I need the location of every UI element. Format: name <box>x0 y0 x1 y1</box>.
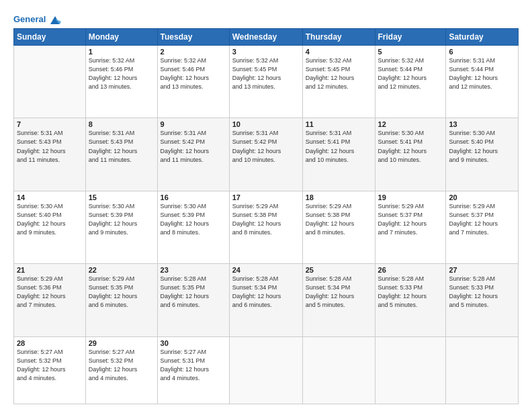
calendar-cell <box>229 336 302 404</box>
calendar-cell: 13Sunrise: 5:30 AM Sunset: 5:40 PM Dayli… <box>446 118 519 191</box>
day-number: 28 <box>17 339 83 347</box>
calendar-week-3: 14Sunrise: 5:30 AM Sunset: 5:40 PM Dayli… <box>14 191 519 263</box>
day-number: 20 <box>449 193 515 201</box>
calendar-cell: 6Sunrise: 5:31 AM Sunset: 5:44 PM Daylig… <box>446 46 519 118</box>
day-info: Sunrise: 5:31 AM Sunset: 5:43 PM Dayligh… <box>17 129 83 164</box>
calendar-cell: 9Sunrise: 5:31 AM Sunset: 5:42 PM Daylig… <box>157 118 229 191</box>
calendar-cell <box>446 336 519 404</box>
day-number: 22 <box>89 266 154 274</box>
calendar-cell <box>302 336 375 404</box>
logo: General <box>13 15 61 24</box>
calendar-cell: 12Sunrise: 5:30 AM Sunset: 5:41 PM Dayli… <box>375 118 446 191</box>
calendar-cell: 24Sunrise: 5:28 AM Sunset: 5:34 PM Dayli… <box>229 264 302 336</box>
day-info: Sunrise: 5:31 AM Sunset: 5:43 PM Dayligh… <box>89 129 154 164</box>
day-header-friday: Friday <box>375 29 446 46</box>
day-info: Sunrise: 5:27 AM Sunset: 5:31 PM Dayligh… <box>161 348 226 383</box>
calendar-cell: 4Sunrise: 5:32 AM Sunset: 5:45 PM Daylig… <box>302 46 375 118</box>
day-info: Sunrise: 5:32 AM Sunset: 5:45 PM Dayligh… <box>306 56 372 91</box>
day-number: 10 <box>232 120 300 128</box>
day-info: Sunrise: 5:28 AM Sunset: 5:33 PM Dayligh… <box>378 275 443 310</box>
day-header-tuesday: Tuesday <box>157 29 229 46</box>
calendar-cell: 3Sunrise: 5:32 AM Sunset: 5:45 PM Daylig… <box>229 46 302 118</box>
calendar-cell: 30Sunrise: 5:27 AM Sunset: 5:31 PM Dayli… <box>157 336 229 404</box>
day-info: Sunrise: 5:31 AM Sunset: 5:42 PM Dayligh… <box>232 129 300 164</box>
logo-icon <box>49 15 61 26</box>
day-info: Sunrise: 5:30 AM Sunset: 5:39 PM Dayligh… <box>161 202 226 237</box>
day-number: 6 <box>449 48 515 56</box>
day-number: 11 <box>306 120 372 128</box>
calendar-cell: 2Sunrise: 5:32 AM Sunset: 5:46 PM Daylig… <box>157 46 229 118</box>
calendar-cell: 23Sunrise: 5:28 AM Sunset: 5:35 PM Dayli… <box>157 264 229 336</box>
day-number: 9 <box>161 120 226 128</box>
calendar-cell: 16Sunrise: 5:30 AM Sunset: 5:39 PM Dayli… <box>157 191 229 263</box>
day-number: 27 <box>449 266 515 274</box>
calendar-cell: 19Sunrise: 5:29 AM Sunset: 5:37 PM Dayli… <box>375 191 446 263</box>
calendar-week-2: 7Sunrise: 5:31 AM Sunset: 5:43 PM Daylig… <box>14 118 519 191</box>
day-number: 4 <box>306 48 372 56</box>
header: General <box>13 12 519 24</box>
calendar-week-5: 28Sunrise: 5:27 AM Sunset: 5:32 PM Dayli… <box>14 336 519 404</box>
day-number: 8 <box>89 120 154 128</box>
day-info: Sunrise: 5:27 AM Sunset: 5:32 PM Dayligh… <box>89 348 154 383</box>
calendar-cell: 10Sunrise: 5:31 AM Sunset: 5:42 PM Dayli… <box>229 118 302 191</box>
day-info: Sunrise: 5:29 AM Sunset: 5:36 PM Dayligh… <box>17 275 83 310</box>
calendar-cell: 1Sunrise: 5:32 AM Sunset: 5:46 PM Daylig… <box>85 46 157 118</box>
calendar-cell: 11Sunrise: 5:31 AM Sunset: 5:41 PM Dayli… <box>302 118 375 191</box>
day-number: 19 <box>378 193 443 201</box>
calendar-cell: 18Sunrise: 5:29 AM Sunset: 5:38 PM Dayli… <box>302 191 375 263</box>
calendar-cell <box>14 46 86 118</box>
svg-marker-0 <box>50 16 60 24</box>
calendar-cell: 25Sunrise: 5:28 AM Sunset: 5:34 PM Dayli… <box>302 264 375 336</box>
day-info: Sunrise: 5:32 AM Sunset: 5:46 PM Dayligh… <box>161 56 226 91</box>
calendar-table: SundayMondayTuesdayWednesdayThursdayFrid… <box>13 28 519 404</box>
calendar-week-4: 21Sunrise: 5:29 AM Sunset: 5:36 PM Dayli… <box>14 264 519 336</box>
day-info: Sunrise: 5:30 AM Sunset: 5:39 PM Dayligh… <box>89 202 154 237</box>
day-number: 7 <box>17 120 83 128</box>
day-number: 5 <box>378 48 443 56</box>
day-header-monday: Monday <box>85 29 157 46</box>
calendar-cell: 14Sunrise: 5:30 AM Sunset: 5:40 PM Dayli… <box>14 191 86 263</box>
day-info: Sunrise: 5:30 AM Sunset: 5:40 PM Dayligh… <box>449 129 515 164</box>
logo-text: General <box>13 15 61 26</box>
day-number: 25 <box>306 266 372 274</box>
calendar-cell: 17Sunrise: 5:29 AM Sunset: 5:38 PM Dayli… <box>229 191 302 263</box>
day-info: Sunrise: 5:29 AM Sunset: 5:35 PM Dayligh… <box>89 275 154 310</box>
day-header-saturday: Saturday <box>446 29 519 46</box>
day-info: Sunrise: 5:29 AM Sunset: 5:38 PM Dayligh… <box>232 202 300 237</box>
calendar-cell: 15Sunrise: 5:30 AM Sunset: 5:39 PM Dayli… <box>85 191 157 263</box>
day-info: Sunrise: 5:27 AM Sunset: 5:32 PM Dayligh… <box>17 348 83 383</box>
day-info: Sunrise: 5:30 AM Sunset: 5:40 PM Dayligh… <box>17 202 83 237</box>
day-number: 23 <box>161 266 226 274</box>
calendar-cell: 26Sunrise: 5:28 AM Sunset: 5:33 PM Dayli… <box>375 264 446 336</box>
day-info: Sunrise: 5:32 AM Sunset: 5:46 PM Dayligh… <box>89 56 154 91</box>
day-info: Sunrise: 5:31 AM Sunset: 5:44 PM Dayligh… <box>449 56 515 91</box>
day-info: Sunrise: 5:28 AM Sunset: 5:35 PM Dayligh… <box>161 275 226 310</box>
day-info: Sunrise: 5:30 AM Sunset: 5:41 PM Dayligh… <box>378 129 443 164</box>
page: General SundayMondayTuesdayWednesdayThur… <box>0 0 532 411</box>
day-number: 13 <box>449 120 515 128</box>
day-info: Sunrise: 5:29 AM Sunset: 5:37 PM Dayligh… <box>378 202 443 237</box>
day-number: 26 <box>378 266 443 274</box>
day-number: 30 <box>161 339 226 347</box>
calendar-cell: 29Sunrise: 5:27 AM Sunset: 5:32 PM Dayli… <box>85 336 157 404</box>
calendar-cell: 21Sunrise: 5:29 AM Sunset: 5:36 PM Dayli… <box>14 264 86 336</box>
day-number: 1 <box>89 48 154 56</box>
day-info: Sunrise: 5:31 AM Sunset: 5:42 PM Dayligh… <box>161 129 226 164</box>
day-header-sunday: Sunday <box>14 29 86 46</box>
day-header-wednesday: Wednesday <box>229 29 302 46</box>
calendar-cell: 20Sunrise: 5:29 AM Sunset: 5:37 PM Dayli… <box>446 191 519 263</box>
calendar-cell: 28Sunrise: 5:27 AM Sunset: 5:32 PM Dayli… <box>14 336 86 404</box>
day-info: Sunrise: 5:32 AM Sunset: 5:44 PM Dayligh… <box>378 56 443 91</box>
day-number: 21 <box>17 266 83 274</box>
day-number: 16 <box>161 193 226 201</box>
day-number: 2 <box>161 48 226 56</box>
day-number: 12 <box>378 120 443 128</box>
day-info: Sunrise: 5:29 AM Sunset: 5:38 PM Dayligh… <box>306 202 372 237</box>
day-info: Sunrise: 5:28 AM Sunset: 5:33 PM Dayligh… <box>449 275 515 310</box>
day-header-thursday: Thursday <box>302 29 375 46</box>
day-info: Sunrise: 5:29 AM Sunset: 5:37 PM Dayligh… <box>449 202 515 237</box>
calendar-cell: 27Sunrise: 5:28 AM Sunset: 5:33 PM Dayli… <box>446 264 519 336</box>
calendar-cell: 8Sunrise: 5:31 AM Sunset: 5:43 PM Daylig… <box>85 118 157 191</box>
day-number: 15 <box>89 193 154 201</box>
calendar-week-1: 1Sunrise: 5:32 AM Sunset: 5:46 PM Daylig… <box>14 46 519 118</box>
